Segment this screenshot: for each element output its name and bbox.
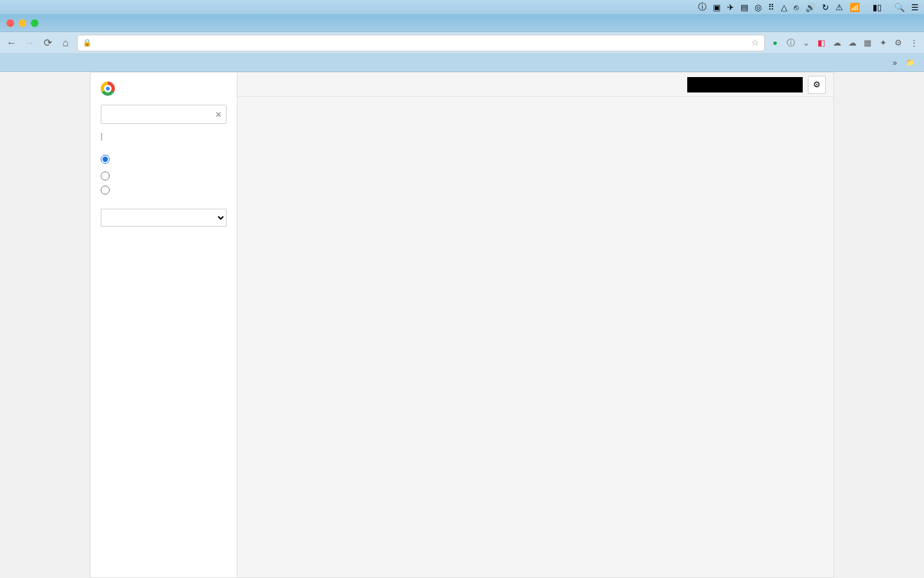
status-icon[interactable]: ⠿ (768, 3, 774, 12)
status-icon[interactable]: △ (781, 3, 787, 12)
store-title (101, 82, 227, 96)
type-apps[interactable] (101, 183, 227, 197)
bookmarks-overflow[interactable]: » (893, 58, 897, 67)
status-icon[interactable]: ◎ (755, 3, 762, 12)
tab-bar (0, 14, 924, 32)
ext-icon[interactable]: ⌄ (801, 38, 811, 48)
other-bookmarks[interactable]: 📁 (906, 58, 918, 67)
window-close-icon[interactable] (6, 19, 14, 27)
category-select[interactable] (101, 209, 227, 227)
chrome-logo-icon (101, 82, 115, 96)
window-zoom-icon[interactable] (31, 19, 38, 27)
status-icon[interactable]: ▤ (740, 3, 748, 12)
ext-icon[interactable]: ⓘ (785, 37, 796, 49)
search-box[interactable]: ✕ (101, 105, 227, 124)
reload-button[interactable]: ⟳ (41, 37, 54, 49)
secure-lock-icon: 🔒 (83, 39, 94, 47)
bluetooth-icon[interactable]: ⎋ (794, 3, 799, 12)
extension-icons: ● ⓘ ⌄ ◧ ☁ ☁ ▦ ✦ ⚙ ⋮ (770, 37, 919, 49)
results-panel: ⚙ (237, 72, 834, 578)
sidebar: ✕ | (90, 72, 237, 578)
omnibox[interactable]: 🔒 ☆ (77, 35, 765, 51)
type-extensions[interactable] (101, 152, 115, 166)
ext-icon[interactable]: ▦ (862, 38, 873, 48)
ext-icon[interactable]: ✦ (878, 38, 888, 48)
search-input[interactable] (105, 110, 215, 119)
user-account-redacted[interactable] (687, 77, 803, 92)
window-minimize-icon[interactable] (19, 19, 26, 27)
wifi-icon[interactable]: 📶 (850, 3, 860, 12)
clear-search-icon[interactable]: ✕ (215, 110, 222, 119)
sync-icon[interactable]: ↻ (822, 3, 829, 12)
chrome-menu-icon[interactable]: ⋮ (909, 38, 919, 48)
settings-gear-icon[interactable]: ⚙ (808, 76, 826, 94)
macos-menubar: ⓘ ▣ ✈ ▤ ◎ ⠿ △ ⎋ 🔊 ↻ ⚠︎ 📶 ▮▯ 🔍 ☰ (0, 0, 924, 14)
status-icon[interactable]: ▣ (713, 3, 721, 12)
home-button[interactable]: ⌂ (59, 37, 72, 49)
spotlight-icon[interactable]: 🔍 (894, 3, 905, 12)
forward-button[interactable]: → (23, 37, 36, 49)
status-icon[interactable]: ✈ (727, 3, 734, 12)
status-icon[interactable]: ⓘ (698, 1, 706, 13)
volume-icon[interactable]: 🔊 (805, 3, 816, 12)
wifi-icon[interactable]: ⚠︎ (835, 3, 843, 12)
bookmarks-bar: » 📁 (0, 54, 924, 72)
ext-icon[interactable]: ● (770, 38, 780, 48)
back-button[interactable]: ← (5, 37, 18, 49)
battery-icon: ▮▯ (873, 3, 882, 12)
ext-icon[interactable]: ◧ (816, 38, 826, 48)
menu-icon[interactable]: ☰ (911, 3, 919, 12)
ext-icon[interactable]: ⚙ (893, 38, 903, 48)
ext-icon[interactable]: ☁ (847, 38, 857, 48)
type-themes[interactable] (101, 169, 227, 183)
star-icon[interactable]: ☆ (751, 38, 759, 48)
ext-icon[interactable]: ☁ (832, 38, 842, 48)
address-bar: ← → ⟳ ⌂ 🔒 ☆ ● ⓘ ⌄ ◧ ☁ ☁ ▦ ✦ ⚙ ⋮ (0, 32, 924, 54)
